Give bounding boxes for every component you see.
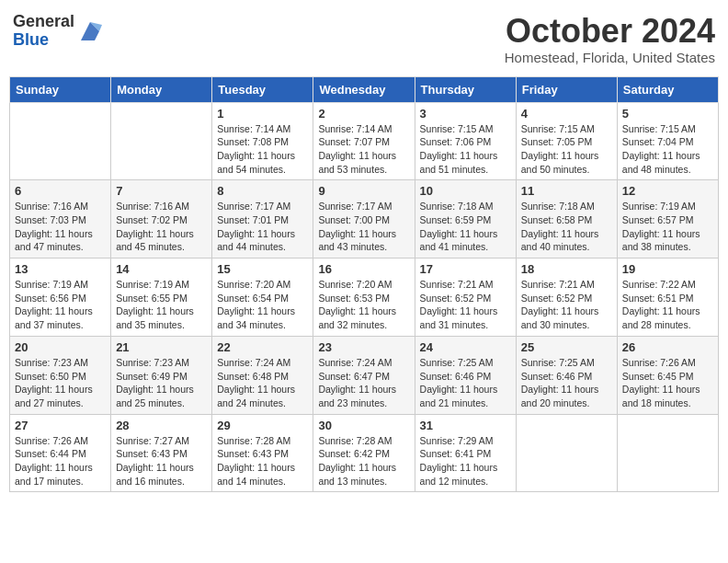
cell-info: Sunrise: 7:17 AMSunset: 7:00 PMDaylight:… xyxy=(318,200,409,254)
day-header-friday: Friday xyxy=(516,76,617,102)
day-number: 24 xyxy=(420,340,511,354)
calendar-week-row: 13Sunrise: 7:19 AMSunset: 6:56 PMDayligh… xyxy=(10,259,719,337)
cell-info: Sunrise: 7:14 AMSunset: 7:07 PMDaylight:… xyxy=(318,122,409,177)
day-number: 15 xyxy=(217,262,308,276)
cell-info: Sunrise: 7:18 AMSunset: 6:59 PMDaylight:… xyxy=(420,200,511,254)
calendar-cell: 30Sunrise: 7:28 AMSunset: 6:42 PMDayligh… xyxy=(313,414,415,492)
day-number: 18 xyxy=(521,262,612,276)
calendar-cell: 3Sunrise: 7:15 AMSunset: 7:06 PMDaylight… xyxy=(415,102,516,180)
cell-info: Sunrise: 7:15 AMSunset: 7:05 PMDaylight:… xyxy=(521,122,612,177)
calendar-cell: 6Sunrise: 7:16 AMSunset: 7:03 PMDaylight… xyxy=(10,180,111,259)
calendar-week-row: 27Sunrise: 7:26 AMSunset: 6:44 PMDayligh… xyxy=(10,414,719,492)
calendar-cell xyxy=(516,414,617,492)
day-header-wednesday: Wednesday xyxy=(313,76,415,102)
day-number: 11 xyxy=(521,184,612,198)
calendar-cell: 19Sunrise: 7:22 AMSunset: 6:51 PMDayligh… xyxy=(617,259,718,337)
calendar-cell: 17Sunrise: 7:21 AMSunset: 6:52 PMDayligh… xyxy=(415,259,516,337)
day-number: 31 xyxy=(420,419,511,432)
cell-info: Sunrise: 7:29 AMSunset: 6:41 PMDaylight:… xyxy=(420,434,511,488)
day-header-monday: Monday xyxy=(111,76,212,102)
day-header-sunday: Sunday xyxy=(10,76,111,102)
cell-info: Sunrise: 7:21 AMSunset: 6:52 PMDaylight:… xyxy=(420,278,511,332)
cell-info: Sunrise: 7:27 AMSunset: 6:43 PMDaylight:… xyxy=(116,434,207,488)
day-number: 12 xyxy=(622,184,713,198)
day-number: 22 xyxy=(217,340,308,354)
day-number: 20 xyxy=(15,340,106,354)
logo-icon xyxy=(76,17,104,45)
day-number: 29 xyxy=(217,419,308,432)
calendar-cell: 18Sunrise: 7:21 AMSunset: 6:52 PMDayligh… xyxy=(516,259,617,337)
day-number: 3 xyxy=(420,107,511,121)
cell-info: Sunrise: 7:23 AMSunset: 6:49 PMDaylight:… xyxy=(116,356,207,410)
calendar-table: SundayMondayTuesdayWednesdayThursdayFrid… xyxy=(9,76,719,493)
calendar-cell: 31Sunrise: 7:29 AMSunset: 6:41 PMDayligh… xyxy=(415,414,516,492)
day-number: 30 xyxy=(318,419,409,432)
calendar-week-row: 20Sunrise: 7:23 AMSunset: 6:50 PMDayligh… xyxy=(10,336,719,414)
cell-info: Sunrise: 7:16 AMSunset: 7:03 PMDaylight:… xyxy=(15,200,106,254)
day-number: 13 xyxy=(15,262,106,276)
cell-info: Sunrise: 7:15 AMSunset: 7:06 PMDaylight:… xyxy=(420,122,511,177)
calendar-cell: 28Sunrise: 7:27 AMSunset: 6:43 PMDayligh… xyxy=(111,414,212,492)
cell-info: Sunrise: 7:24 AMSunset: 6:47 PMDaylight:… xyxy=(318,356,409,410)
calendar-cell: 12Sunrise: 7:19 AMSunset: 6:57 PMDayligh… xyxy=(617,180,718,259)
cell-info: Sunrise: 7:28 AMSunset: 6:42 PMDaylight:… xyxy=(318,434,409,488)
logo: General Blue xyxy=(13,13,104,50)
cell-info: Sunrise: 7:25 AMSunset: 6:46 PMDaylight:… xyxy=(420,356,511,410)
calendar-header-row: SundayMondayTuesdayWednesdayThursdayFrid… xyxy=(10,76,719,102)
day-number: 2 xyxy=(318,107,409,121)
cell-info: Sunrise: 7:22 AMSunset: 6:51 PMDaylight:… xyxy=(622,278,713,332)
cell-info: Sunrise: 7:26 AMSunset: 6:44 PMDaylight:… xyxy=(15,434,106,488)
day-number: 25 xyxy=(521,340,612,354)
calendar-cell xyxy=(10,102,111,180)
cell-info: Sunrise: 7:18 AMSunset: 6:58 PMDaylight:… xyxy=(521,200,612,254)
day-number: 9 xyxy=(318,184,409,198)
cell-info: Sunrise: 7:20 AMSunset: 6:54 PMDaylight:… xyxy=(217,278,308,332)
calendar-cell: 4Sunrise: 7:15 AMSunset: 7:05 PMDaylight… xyxy=(516,102,617,180)
day-number: 19 xyxy=(622,262,713,276)
day-number: 4 xyxy=(521,107,612,121)
day-number: 27 xyxy=(15,419,106,432)
cell-info: Sunrise: 7:28 AMSunset: 6:43 PMDaylight:… xyxy=(217,434,308,488)
day-header-tuesday: Tuesday xyxy=(212,76,313,102)
header: General Blue October 2024 Homestead, Flo… xyxy=(9,9,719,69)
cell-info: Sunrise: 7:15 AMSunset: 7:04 PMDaylight:… xyxy=(622,122,713,177)
calendar-cell: 5Sunrise: 7:15 AMSunset: 7:04 PMDaylight… xyxy=(617,102,718,180)
calendar-cell: 24Sunrise: 7:25 AMSunset: 6:46 PMDayligh… xyxy=(415,336,516,414)
cell-info: Sunrise: 7:25 AMSunset: 6:46 PMDaylight:… xyxy=(521,356,612,410)
calendar-cell xyxy=(111,102,212,180)
cell-info: Sunrise: 7:19 AMSunset: 6:57 PMDaylight:… xyxy=(622,200,713,254)
cell-info: Sunrise: 7:21 AMSunset: 6:52 PMDaylight:… xyxy=(521,278,612,332)
day-number: 23 xyxy=(318,340,409,354)
day-header-saturday: Saturday xyxy=(617,76,718,102)
calendar-cell: 23Sunrise: 7:24 AMSunset: 6:47 PMDayligh… xyxy=(313,336,415,414)
calendar-cell: 7Sunrise: 7:16 AMSunset: 7:02 PMDaylight… xyxy=(111,180,212,259)
day-number: 8 xyxy=(217,184,308,198)
day-number: 7 xyxy=(116,184,207,198)
location: Homestead, Florida, United States xyxy=(505,50,715,65)
calendar-cell: 21Sunrise: 7:23 AMSunset: 6:49 PMDayligh… xyxy=(111,336,212,414)
title-block: October 2024 Homestead, Florida, United … xyxy=(505,13,715,65)
day-number: 10 xyxy=(420,184,511,198)
calendar-week-row: 1Sunrise: 7:14 AMSunset: 7:08 PMDaylight… xyxy=(10,102,719,180)
day-number: 16 xyxy=(318,262,409,276)
day-number: 21 xyxy=(116,340,207,354)
calendar-cell: 25Sunrise: 7:25 AMSunset: 6:46 PMDayligh… xyxy=(516,336,617,414)
month-title: October 2024 xyxy=(505,13,715,50)
logo-blue-text: Blue xyxy=(13,31,74,50)
calendar-cell: 9Sunrise: 7:17 AMSunset: 7:00 PMDaylight… xyxy=(313,180,415,259)
cell-info: Sunrise: 7:20 AMSunset: 6:53 PMDaylight:… xyxy=(318,278,409,332)
calendar-week-row: 6Sunrise: 7:16 AMSunset: 7:03 PMDaylight… xyxy=(10,180,719,259)
day-number: 26 xyxy=(622,340,713,354)
calendar-cell: 27Sunrise: 7:26 AMSunset: 6:44 PMDayligh… xyxy=(10,414,111,492)
cell-info: Sunrise: 7:23 AMSunset: 6:50 PMDaylight:… xyxy=(15,356,106,410)
day-number: 17 xyxy=(420,262,511,276)
calendar-cell: 20Sunrise: 7:23 AMSunset: 6:50 PMDayligh… xyxy=(10,336,111,414)
cell-info: Sunrise: 7:16 AMSunset: 7:02 PMDaylight:… xyxy=(116,200,207,254)
calendar-cell: 13Sunrise: 7:19 AMSunset: 6:56 PMDayligh… xyxy=(10,259,111,337)
day-number: 28 xyxy=(116,419,207,432)
day-number: 5 xyxy=(622,107,713,121)
logo-general-text: General xyxy=(13,13,74,31)
calendar-cell: 10Sunrise: 7:18 AMSunset: 6:59 PMDayligh… xyxy=(415,180,516,259)
cell-info: Sunrise: 7:26 AMSunset: 6:45 PMDaylight:… xyxy=(622,356,713,410)
day-number: 14 xyxy=(116,262,207,276)
